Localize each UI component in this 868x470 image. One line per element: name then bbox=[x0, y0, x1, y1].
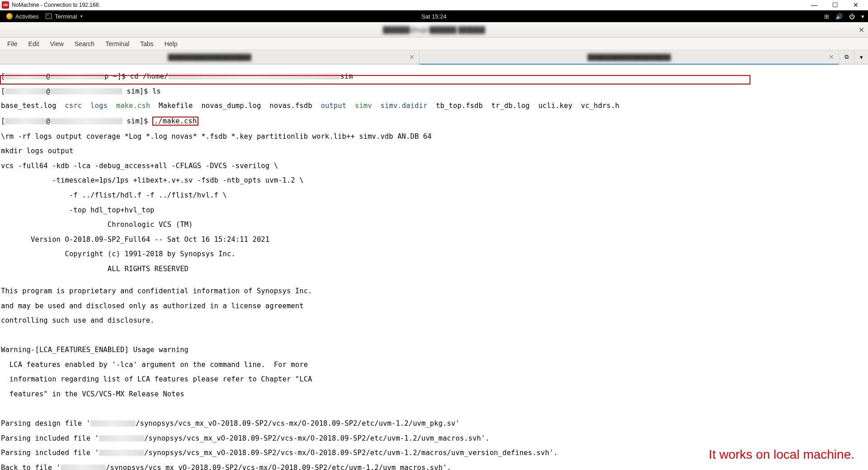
redacted bbox=[99, 435, 144, 442]
activities-icon bbox=[6, 13, 13, 19]
redacted bbox=[50, 88, 123, 94]
redacted bbox=[168, 73, 340, 80]
tab-1[interactable]: ████████████████████ ✕ bbox=[0, 50, 420, 64]
redacted bbox=[5, 88, 46, 94]
redacted bbox=[61, 465, 106, 470]
ls-file: tb_top.fsdb bbox=[436, 102, 483, 110]
tab-1-label: ████████████████████ bbox=[168, 54, 251, 61]
window-title: NoMachine - Connection to 192.168. bbox=[12, 2, 100, 8]
app-menu-label: Terminal bbox=[55, 13, 77, 20]
menu-tabs[interactable]: Tabs bbox=[135, 38, 159, 49]
highlighted-command: ./make.csh bbox=[152, 117, 198, 126]
ls-exec: make.csh bbox=[116, 102, 150, 110]
output-line: vcs -full64 -kdb -lca -debug_access+all … bbox=[1, 162, 867, 169]
ls-file: ucli.key bbox=[538, 102, 572, 110]
ls-dir: logs bbox=[90, 102, 108, 110]
prompt-bracket: [ bbox=[1, 117, 5, 125]
windows-titlebar: !M NoMachine - Connection to 192.168. — … bbox=[0, 0, 868, 10]
output-line: -timescale=1ps/1ps +libext+.v+.sv -fsdb … bbox=[1, 177, 867, 184]
redacted bbox=[90, 420, 136, 427]
tab-2-close-icon[interactable]: ✕ bbox=[829, 53, 834, 61]
terminal-close-button[interactable]: ✕ bbox=[859, 25, 864, 34]
tab-1-close-icon[interactable]: ✕ bbox=[409, 53, 415, 61]
prompt-at: @ bbox=[46, 117, 50, 125]
output-line: -top hdl_top+hvl_top bbox=[1, 207, 867, 214]
menu-file[interactable]: File bbox=[2, 38, 23, 49]
nomachine-icon: !M bbox=[2, 1, 9, 9]
prompt-path-tail: sim bbox=[340, 72, 353, 80]
output-text: /synopsys/vcs_mx_vO-2018.09-SP2/vcs-mx/O… bbox=[136, 419, 460, 428]
output-text: /synopsys/vcs_mx_vO-2018.09-SP2/vcs-mx/O… bbox=[144, 434, 490, 442]
clock[interactable]: Sat 15:24 bbox=[421, 13, 447, 20]
output-text: Parsing included file ' bbox=[1, 434, 99, 442]
menu-edit[interactable]: Edit bbox=[23, 38, 45, 49]
output-line: mkdir logs output bbox=[1, 147, 867, 155]
ls-file: tr_db.log bbox=[491, 102, 530, 110]
prompt-tail: sim]$ bbox=[123, 117, 152, 125]
menu-terminal[interactable]: Terminal bbox=[100, 38, 135, 49]
network-icon[interactable]: ⊞ bbox=[824, 13, 829, 20]
ls-dir: csrc bbox=[65, 102, 82, 110]
new-tab-button[interactable]: ⧉ bbox=[839, 50, 854, 64]
prompt-ls: sim]$ ls bbox=[123, 87, 161, 95]
output-line: and may be used and disclosed only as au… bbox=[1, 302, 867, 310]
output-line: Copyright (c) 1991-2018 by Synopsys Inc. bbox=[1, 250, 867, 258]
redacted bbox=[5, 118, 46, 124]
gnome-topbar: Activities Terminal ▾ Sat 15:24 ⊞ 🔊 ⏻ ▾ bbox=[0, 10, 868, 22]
terminal-icon bbox=[46, 14, 52, 19]
menu-help[interactable]: Help bbox=[159, 38, 183, 49]
prompt-at: @ bbox=[46, 72, 50, 80]
output-line: ALL RIGHTS RESERVED bbox=[1, 265, 867, 273]
output-line: controlling such use and disclosure. bbox=[1, 317, 867, 324]
app-menu[interactable]: Terminal ▾ bbox=[41, 13, 87, 20]
terminal-output[interactable]: [@p ~]$ cd /home/sim [@ sim]$ ls base_te… bbox=[0, 65, 868, 470]
menu-search[interactable]: Search bbox=[69, 38, 100, 49]
redacted bbox=[99, 450, 144, 456]
terminal-title: ██████@login██████ ██████ bbox=[383, 26, 485, 33]
output-line: LCA features enabled by '-lca' argument … bbox=[1, 361, 867, 368]
ls-dir: simv.daidir bbox=[381, 102, 428, 110]
tab-2[interactable]: ████████████████████ ✕ bbox=[420, 50, 839, 64]
output-line: -f ../flist/hdl.f -f ../flist/hvl.f \ bbox=[1, 192, 867, 199]
output-line: Warning-[LCA_FEATURES_ENABLED] Usage war… bbox=[1, 346, 867, 353]
system-menu-chevron-icon[interactable]: ▾ bbox=[861, 13, 864, 20]
output-text: Parsing design file ' bbox=[1, 419, 90, 428]
annotation-text: It works on local machine. bbox=[709, 447, 854, 462]
chevron-down-icon: ▾ bbox=[80, 14, 83, 19]
ls-file: novas.fsdb bbox=[269, 102, 312, 110]
tab-2-label: ████████████████████ bbox=[587, 54, 670, 61]
minimize-button[interactable]: — bbox=[804, 0, 825, 10]
ls-dir: output bbox=[321, 102, 347, 110]
redacted bbox=[50, 73, 104, 80]
activities-button[interactable]: Activities bbox=[4, 13, 41, 20]
output-line: This program is proprietary and confiden… bbox=[1, 287, 867, 295]
volume-icon[interactable]: 🔊 bbox=[835, 13, 843, 20]
output-text: /synopsys/vcs_mx_vO-2018.09-SP2/vcs-mx/O… bbox=[106, 464, 451, 470]
output-line: features" in the VCS/VCS-MX Release Note… bbox=[1, 390, 867, 398]
maximize-button[interactable]: ☐ bbox=[825, 0, 845, 10]
output-line: \rm -rf logs output coverage *Log *.log … bbox=[1, 133, 867, 140]
close-button[interactable]: ✕ bbox=[845, 0, 866, 10]
output-text: /synopsys/vcs_mx_vO-2018.09-SP2/vcs-mx/O… bbox=[144, 449, 558, 457]
tab-dropdown-button[interactable]: ▾ bbox=[854, 50, 868, 64]
menubar: File Edit View Search Terminal Tabs Help bbox=[0, 38, 868, 50]
ls-file: novas_dump.log bbox=[201, 102, 261, 110]
tabbar: ████████████████████ ✕ █████████████████… bbox=[0, 50, 868, 65]
prompt-at: @ bbox=[46, 87, 50, 95]
output-text: Back to file ' bbox=[1, 464, 61, 470]
output-text: Parsing included file ' bbox=[1, 449, 99, 457]
prompt-cmd: p ~]$ cd /home/ bbox=[104, 72, 168, 80]
redacted bbox=[5, 73, 46, 80]
prompt-bracket: [ bbox=[1, 72, 5, 80]
menu-view[interactable]: View bbox=[45, 38, 69, 49]
ls-file: base_test.log bbox=[1, 102, 57, 110]
terminal-headerbar: ██████@login██████ ██████ ✕ bbox=[0, 22, 868, 38]
ls-exec: simv bbox=[355, 102, 372, 110]
ls-file: Makefile bbox=[159, 102, 193, 110]
output-line: Chronologic VCS (TM) bbox=[1, 221, 867, 228]
ls-file: vc_hdrs.h bbox=[581, 102, 619, 110]
output-line: information regarding list of LCA featur… bbox=[1, 376, 867, 383]
power-icon[interactable]: ⏻ bbox=[849, 13, 855, 20]
output-line: Version O-2018.09-SP2_Full64 -- Sat Oct … bbox=[1, 236, 867, 243]
prompt-bracket: [ bbox=[1, 87, 5, 95]
